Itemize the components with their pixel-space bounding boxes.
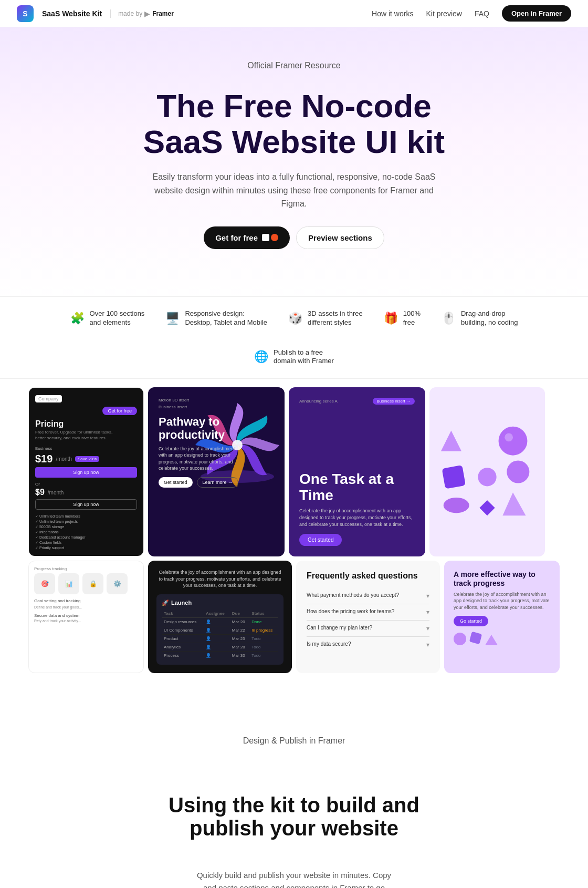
preview-sections-button-hero[interactable]: Preview sections xyxy=(296,226,384,249)
learn-more-btn[interactable]: Learn more → xyxy=(197,477,239,488)
nav-how-it-works[interactable]: How it works xyxy=(372,9,413,18)
3d-shapes-svg xyxy=(436,419,539,524)
nav-left: S SaaS Website Kit made by ▶ Framer xyxy=(17,5,174,22)
price-19: $19 xyxy=(35,453,52,465)
svg-marker-9 xyxy=(502,492,526,515)
svg-point-6 xyxy=(478,468,496,486)
chevron-down-icon-4: ▾ xyxy=(426,641,429,648)
svg-marker-2 xyxy=(441,431,461,451)
launch-table-container: 🚀 Launch Task Assignee Due Status xyxy=(156,594,284,665)
get-started-btn[interactable]: Get started xyxy=(159,477,193,488)
app-desc-2: Define and track your goals... xyxy=(34,605,138,610)
app-desc-3: Secure data and system xyxy=(34,613,138,618)
track-desc: Celebrate the joy of accomplishment with… xyxy=(454,591,550,611)
feature-text-responsive: Responsive design:Desktop, Tablet and Mo… xyxy=(185,309,267,327)
signup-button2[interactable]: Sign up now xyxy=(35,499,137,510)
feat-3: ✓ 500GB storage xyxy=(35,524,137,530)
build-section: Design & Publish in Framer Using the kit… xyxy=(0,682,588,888)
preview-pricing-card: Company Get for free Pricing Free foreve… xyxy=(28,387,144,556)
pathway-mock-sub: Business insert xyxy=(159,405,274,409)
app-desc-1: Goal setting and tracking xyxy=(34,598,138,604)
save-badge: Save 20% xyxy=(75,456,99,462)
faq-item-1[interactable]: What payment methods do you accept? ▾ xyxy=(307,588,429,604)
chevron-down-icon-3: ▾ xyxy=(426,625,429,632)
framer-figma-icons xyxy=(262,234,278,241)
svg-point-3 xyxy=(499,427,528,456)
get-started-onetask[interactable]: Get started xyxy=(299,534,342,546)
nav-kit-preview[interactable]: Kit preview xyxy=(426,9,461,18)
col-status: Status xyxy=(249,610,278,618)
middle-cards-row2: Celebrate the joy of accomplishment with… xyxy=(148,561,440,673)
price-9: $9 xyxy=(35,488,45,497)
app-desc-4: Rely and track your activity... xyxy=(34,619,138,623)
feature-text-sections: Over 100 sectionsand elements xyxy=(90,309,145,327)
company-label: Company xyxy=(35,395,62,402)
feature-publish: 🌐 Publish to a freedomain with Framer xyxy=(254,348,334,366)
svg-point-4 xyxy=(505,433,513,442)
period-month: /month xyxy=(56,456,72,462)
launch-desc: Celebrate the joy of accomplishment with… xyxy=(156,569,284,589)
open-framer-button[interactable]: Open in Framer xyxy=(502,5,571,22)
free-icon: 🎁 xyxy=(384,312,398,325)
preview-small-left: Progress tracking 🎯 📊 🔒 ⚙️ Goal setting … xyxy=(28,561,144,673)
progress-label: Progress tracking xyxy=(34,566,138,571)
preview-launch-card: Celebrate the joy of accomplishment with… xyxy=(148,561,292,673)
col-task: Task xyxy=(162,610,204,618)
faq-q-3: Can I change my plan later? xyxy=(307,625,372,632)
faq-item-4[interactable]: Is my data secure? ▾ xyxy=(307,637,429,653)
business-label: Business xyxy=(35,446,137,451)
table-row: Design resources👤Mar 20Done xyxy=(162,617,278,626)
nav-links: How it works Kit preview FAQ Open in Fra… xyxy=(372,5,571,22)
faq-item-3[interactable]: Can I change my plan later? ▾ xyxy=(307,621,429,637)
hero-buttons: Get for free Preview sections xyxy=(21,226,567,249)
pathway-mock-label: Motion 3D insert xyxy=(159,398,274,402)
chevron-down-icon-2: ▾ xyxy=(426,608,429,616)
launch-table: Task Assignee Due Status Design resource… xyxy=(162,610,278,659)
feat-1: ✓ Unlimited team members xyxy=(35,514,137,519)
hero-badge: Official Framer Resource xyxy=(152,59,436,73)
col-due: Due xyxy=(230,610,250,618)
feat-5: ✓ Dedicated account manager xyxy=(35,535,137,540)
preview-pricing-sub: Free forever. Upgrade for unlimited task… xyxy=(35,430,137,441)
track-go-button[interactable]: Go started xyxy=(454,616,488,626)
publish-icon: 🌐 xyxy=(254,350,268,364)
preview-row-2: Progress tracking 🎯 📊 🔒 ⚙️ Goal setting … xyxy=(28,561,560,673)
app-icons-row: 🎯 📊 🔒 ⚙️ xyxy=(34,573,138,594)
feature-text-free: 100%free xyxy=(403,309,421,327)
preview-row-1: Company Get for free Pricing Free foreve… xyxy=(28,387,560,556)
preview-pricing-title: Pricing xyxy=(35,419,137,429)
svg-marker-10 xyxy=(479,500,495,515)
feat-4: ✓ Integrations xyxy=(35,530,137,535)
track-shapes xyxy=(454,633,550,645)
faq-q-2: How does the pricing work for teams? xyxy=(307,608,394,616)
preview-3d-shapes-card xyxy=(429,387,545,556)
col-assignee: Assignee xyxy=(204,610,230,618)
svg-rect-5 xyxy=(442,465,466,489)
get-for-free-button[interactable]: Get for free xyxy=(204,226,290,249)
pathway-desc: Celebrate the joy of accomplishment with… xyxy=(159,446,243,472)
or-label: Or xyxy=(35,482,137,487)
3d-icon: 🎲 xyxy=(288,312,302,325)
responsive-icon: 🖥️ xyxy=(165,312,180,325)
preview-track-card: A more effective way to track progress C… xyxy=(444,561,560,673)
feature-3d: 🎲 3D assets in threedifferent styles xyxy=(288,309,363,327)
get-for-free-mini[interactable]: Get for free xyxy=(102,407,137,415)
preview-faq-card: Frequently asked questions What payment … xyxy=(296,561,440,673)
feature-sections: 🧩 Over 100 sectionsand elements xyxy=(70,309,145,327)
launch-title: 🚀 Launch xyxy=(162,600,278,606)
dragdrop-icon: 🖱️ xyxy=(442,312,456,325)
svg-point-7 xyxy=(507,461,529,483)
table-row: Analytics👤Mar 28Todo xyxy=(162,643,278,651)
feature-text-dragdrop: Drag-and-dropbuilding, no coding xyxy=(461,309,518,327)
feature-responsive: 🖥️ Responsive design:Desktop, Tablet and… xyxy=(165,309,267,327)
signup-button[interactable]: Sign up now xyxy=(35,467,137,478)
faq-item-2[interactable]: How does the pricing work for teams? ▾ xyxy=(307,604,429,621)
build-desc: Quickly build and publish your website i… xyxy=(194,869,394,888)
pathway-title: Pathway to productivity xyxy=(159,416,243,441)
feature-dragdrop: 🖱️ Drag-and-dropbuilding, no coding xyxy=(442,309,518,327)
feature-free: 🎁 100%free xyxy=(384,309,421,327)
nav-faq[interactable]: FAQ xyxy=(475,9,489,18)
build-tag: Design & Publish in Framer xyxy=(194,734,394,748)
features-row: 🧩 Over 100 sectionsand elements 🖥️ Respo… xyxy=(0,296,588,379)
feat-2: ✓ Unlimited team projects xyxy=(35,519,137,524)
